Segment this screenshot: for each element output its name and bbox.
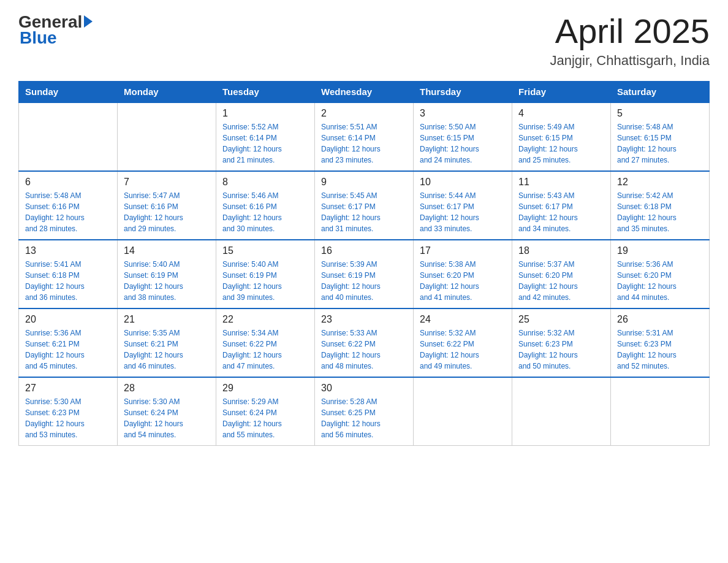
day-info: Sunrise: 5:30 AM Sunset: 6:24 PM Dayligh…	[124, 396, 210, 440]
day-cell: 3Sunrise: 5:50 AM Sunset: 6:15 PM Daylig…	[414, 102, 512, 171]
calendar-subtitle: Janjgir, Chhattisgarh, India	[550, 53, 710, 69]
day-info: Sunrise: 5:32 AM Sunset: 6:22 PM Dayligh…	[420, 327, 506, 372]
day-cell: 18Sunrise: 5:37 AM Sunset: 6:20 PM Dayli…	[512, 240, 611, 308]
day-cell: 2Sunrise: 5:51 AM Sunset: 6:14 PM Daylig…	[315, 102, 414, 171]
day-number: 27	[25, 383, 111, 394]
calendar-title: April 2025	[550, 12, 710, 50]
day-number: 25	[518, 314, 604, 325]
day-number: 20	[25, 314, 111, 325]
weekday-header-friday: Friday	[512, 81, 611, 102]
day-info: Sunrise: 5:29 AM Sunset: 6:24 PM Dayligh…	[222, 396, 308, 440]
weekday-header-thursday: Thursday	[414, 81, 512, 102]
day-number: 7	[124, 177, 210, 188]
day-info: Sunrise: 5:48 AM Sunset: 6:16 PM Dayligh…	[25, 190, 111, 234]
day-info: Sunrise: 5:44 AM Sunset: 6:17 PM Dayligh…	[420, 190, 506, 234]
day-number: 9	[321, 177, 407, 188]
day-cell: 12Sunrise: 5:42 AM Sunset: 6:18 PM Dayli…	[611, 171, 710, 240]
day-number: 30	[321, 383, 407, 394]
day-number: 2	[321, 108, 407, 119]
day-cell: 8Sunrise: 5:46 AM Sunset: 6:16 PM Daylig…	[216, 171, 315, 240]
logo: General Blue	[18, 12, 93, 48]
day-info: Sunrise: 5:47 AM Sunset: 6:16 PM Dayligh…	[124, 190, 210, 234]
page-header: General Blue April 2025 Janjgir, Chhatti…	[18, 12, 710, 69]
day-info: Sunrise: 5:45 AM Sunset: 6:17 PM Dayligh…	[321, 190, 407, 234]
day-info: Sunrise: 5:37 AM Sunset: 6:20 PM Dayligh…	[518, 259, 604, 303]
day-number: 5	[617, 108, 703, 119]
day-number: 4	[518, 108, 604, 119]
day-cell: 16Sunrise: 5:39 AM Sunset: 6:19 PM Dayli…	[315, 240, 414, 308]
day-cell: 26Sunrise: 5:31 AM Sunset: 6:23 PM Dayli…	[611, 308, 710, 377]
day-number: 18	[518, 245, 604, 256]
day-number: 23	[321, 314, 407, 325]
day-cell: 22Sunrise: 5:34 AM Sunset: 6:22 PM Dayli…	[216, 308, 315, 377]
week-row-1: 1Sunrise: 5:52 AM Sunset: 6:14 PM Daylig…	[19, 102, 710, 171]
title-section: April 2025 Janjgir, Chhattisgarh, India	[550, 12, 710, 69]
day-cell: 11Sunrise: 5:43 AM Sunset: 6:17 PM Dayli…	[512, 171, 611, 240]
day-info: Sunrise: 5:33 AM Sunset: 6:22 PM Dayligh…	[321, 327, 407, 372]
day-info: Sunrise: 5:34 AM Sunset: 6:22 PM Dayligh…	[222, 327, 308, 372]
day-info: Sunrise: 5:41 AM Sunset: 6:18 PM Dayligh…	[25, 259, 111, 303]
day-cell: 27Sunrise: 5:30 AM Sunset: 6:23 PM Dayli…	[19, 377, 118, 446]
day-cell: 20Sunrise: 5:36 AM Sunset: 6:21 PM Dayli…	[19, 308, 118, 377]
calendar-table: SundayMondayTuesdayWednesdayThursdayFrid…	[18, 81, 710, 446]
day-info: Sunrise: 5:52 AM Sunset: 6:14 PM Dayligh…	[222, 121, 308, 166]
weekday-header-tuesday: Tuesday	[216, 81, 315, 102]
day-number: 11	[518, 177, 604, 188]
day-cell: 14Sunrise: 5:40 AM Sunset: 6:19 PM Dayli…	[118, 240, 216, 308]
day-cell: 19Sunrise: 5:36 AM Sunset: 6:20 PM Dayli…	[611, 240, 710, 308]
weekday-header-sunday: Sunday	[19, 81, 118, 102]
weekday-header-saturday: Saturday	[611, 81, 710, 102]
day-number: 19	[617, 245, 703, 256]
day-number: 17	[420, 245, 506, 256]
day-cell	[611, 377, 710, 446]
day-number: 28	[124, 383, 210, 394]
day-info: Sunrise: 5:43 AM Sunset: 6:17 PM Dayligh…	[518, 190, 604, 234]
day-cell: 4Sunrise: 5:49 AM Sunset: 6:15 PM Daylig…	[512, 102, 611, 171]
day-cell: 21Sunrise: 5:35 AM Sunset: 6:21 PM Dayli…	[118, 308, 216, 377]
week-row-5: 27Sunrise: 5:30 AM Sunset: 6:23 PM Dayli…	[19, 377, 710, 446]
week-row-4: 20Sunrise: 5:36 AM Sunset: 6:21 PM Dayli…	[19, 308, 710, 377]
day-number: 14	[124, 245, 210, 256]
day-number: 6	[25, 177, 111, 188]
week-row-2: 6Sunrise: 5:48 AM Sunset: 6:16 PM Daylig…	[19, 171, 710, 240]
day-number: 1	[222, 108, 308, 119]
day-info: Sunrise: 5:40 AM Sunset: 6:19 PM Dayligh…	[222, 259, 308, 303]
day-cell: 5Sunrise: 5:48 AM Sunset: 6:15 PM Daylig…	[611, 102, 710, 171]
day-cell: 17Sunrise: 5:38 AM Sunset: 6:20 PM Dayli…	[414, 240, 512, 308]
day-cell: 24Sunrise: 5:32 AM Sunset: 6:22 PM Dayli…	[414, 308, 512, 377]
day-info: Sunrise: 5:48 AM Sunset: 6:15 PM Dayligh…	[617, 121, 703, 166]
logo-arrow-icon	[84, 15, 93, 28]
day-info: Sunrise: 5:39 AM Sunset: 6:19 PM Dayligh…	[321, 259, 407, 303]
day-number: 3	[420, 108, 506, 119]
weekday-header-wednesday: Wednesday	[315, 81, 414, 102]
day-cell: 30Sunrise: 5:28 AM Sunset: 6:25 PM Dayli…	[315, 377, 414, 446]
day-info: Sunrise: 5:50 AM Sunset: 6:15 PM Dayligh…	[420, 121, 506, 166]
day-info: Sunrise: 5:46 AM Sunset: 6:16 PM Dayligh…	[222, 190, 308, 234]
day-cell: 23Sunrise: 5:33 AM Sunset: 6:22 PM Dayli…	[315, 308, 414, 377]
day-info: Sunrise: 5:28 AM Sunset: 6:25 PM Dayligh…	[321, 396, 407, 440]
day-cell: 15Sunrise: 5:40 AM Sunset: 6:19 PM Dayli…	[216, 240, 315, 308]
day-number: 10	[420, 177, 506, 188]
day-number: 15	[222, 245, 308, 256]
day-info: Sunrise: 5:38 AM Sunset: 6:20 PM Dayligh…	[420, 259, 506, 303]
week-row-3: 13Sunrise: 5:41 AM Sunset: 6:18 PM Dayli…	[19, 240, 710, 308]
day-cell: 7Sunrise: 5:47 AM Sunset: 6:16 PM Daylig…	[118, 171, 216, 240]
day-cell: 6Sunrise: 5:48 AM Sunset: 6:16 PM Daylig…	[19, 171, 118, 240]
day-number: 13	[25, 245, 111, 256]
day-info: Sunrise: 5:30 AM Sunset: 6:23 PM Dayligh…	[25, 396, 111, 440]
day-number: 22	[222, 314, 308, 325]
day-number: 12	[617, 177, 703, 188]
day-number: 16	[321, 245, 407, 256]
day-info: Sunrise: 5:36 AM Sunset: 6:21 PM Dayligh…	[25, 327, 111, 372]
day-cell	[512, 377, 611, 446]
day-cell: 29Sunrise: 5:29 AM Sunset: 6:24 PM Dayli…	[216, 377, 315, 446]
day-cell: 13Sunrise: 5:41 AM Sunset: 6:18 PM Dayli…	[19, 240, 118, 308]
day-cell	[118, 102, 216, 171]
weekday-header-row: SundayMondayTuesdayWednesdayThursdayFrid…	[19, 81, 710, 102]
weekday-header-monday: Monday	[118, 81, 216, 102]
day-number: 8	[222, 177, 308, 188]
day-info: Sunrise: 5:49 AM Sunset: 6:15 PM Dayligh…	[518, 121, 604, 166]
day-number: 21	[124, 314, 210, 325]
day-info: Sunrise: 5:40 AM Sunset: 6:19 PM Dayligh…	[124, 259, 210, 303]
day-cell: 28Sunrise: 5:30 AM Sunset: 6:24 PM Dayli…	[118, 377, 216, 446]
